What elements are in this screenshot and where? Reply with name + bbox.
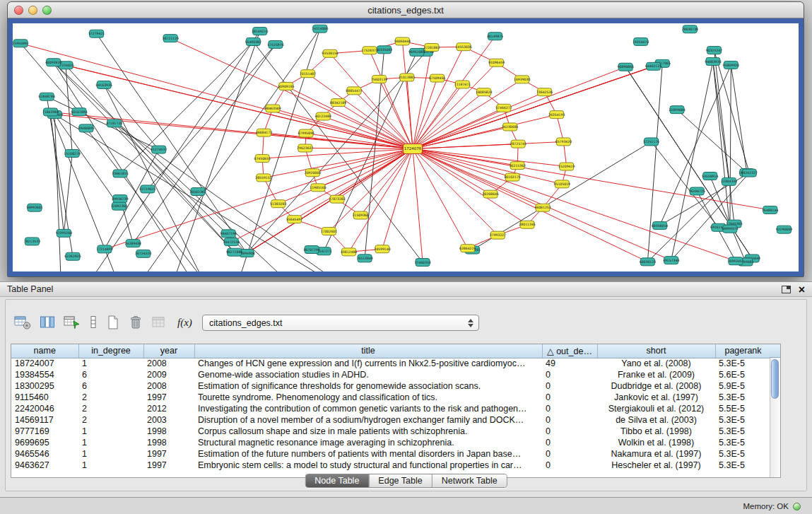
- table-row[interactable]: 2242004622012Investigating the contribut…: [11, 403, 771, 414]
- graph-node[interactable]: 50909185: [278, 82, 294, 90]
- cell-name[interactable]: 19384554: [11, 369, 78, 380]
- graph-node[interactable]: 57251176: [643, 138, 659, 146]
- graph-node[interactable]: 67509456: [429, 74, 445, 82]
- graph-node[interactable]: 57279421: [88, 30, 105, 37]
- graph-node[interactable]: 28149210: [252, 28, 268, 35]
- cell-name[interactable]: 18300295: [11, 380, 78, 392]
- tab-node-table[interactable]: Node Table: [305, 474, 368, 487]
- cell-title[interactable]: Structural magnetic resonance image aver…: [194, 437, 542, 448]
- graph-node[interactable]: 98407196: [220, 230, 237, 238]
- graph-node[interactable]: 92395260: [56, 229, 72, 237]
- graph-edge[interactable]: [413, 47, 464, 148]
- cell-year[interactable]: 2012: [143, 403, 194, 414]
- graph-node[interactable]: 76993452: [727, 257, 743, 265]
- cell-name[interactable]: 9115460: [11, 392, 78, 403]
- graph-node[interactable]: 74214006: [312, 25, 328, 33]
- cell-short[interactable]: Stergiakouli et al. (2012): [597, 403, 715, 414]
- graph-edge[interactable]: [54, 62, 235, 252]
- cell-pagerank[interactable]: 5.3E-5: [715, 460, 771, 471]
- column-header-short[interactable]: short: [597, 344, 715, 358]
- table-source-select[interactable]: citations_edges.txt: [202, 315, 479, 331]
- graph-node[interactable]: 56060448: [394, 37, 411, 45]
- graph-node[interactable]: 29486895: [78, 124, 94, 132]
- cell-out_degree[interactable]: 49: [542, 358, 597, 369]
- close-panel-icon[interactable]: ×: [799, 284, 805, 296]
- graph-node[interactable]: 75603139: [371, 75, 387, 83]
- graph-edge[interactable]: [413, 148, 468, 248]
- cell-name[interactable]: 14569117: [11, 414, 78, 426]
- graph-node[interactable]: 95809920: [723, 61, 739, 69]
- graph-node[interactable]: 96890866: [618, 63, 634, 71]
- cell-title[interactable]: Investigating the contribution of common…: [194, 403, 542, 414]
- cell-out_degree[interactable]: 0: [542, 414, 597, 426]
- cell-pagerank[interactable]: 5.3E-5: [715, 358, 771, 369]
- table-row[interactable]: 1938455462009Genome-wide association stu…: [11, 369, 771, 380]
- graph-node[interactable]: 96952085: [408, 48, 425, 56]
- tab-edge-table[interactable]: Edge Table: [368, 474, 431, 487]
- float-panel-icon[interactable]: [782, 286, 791, 293]
- graph-node[interactable]: 43812486: [341, 248, 357, 256]
- cell-out_degree[interactable]: 0: [542, 437, 597, 448]
- graph-edge[interactable]: [413, 78, 437, 149]
- column-header-year[interactable]: year: [143, 344, 194, 358]
- graph-node[interactable]: 24289438: [125, 240, 141, 247]
- graph-node[interactable]: 30502363: [189, 188, 206, 196]
- graph-node[interactable]: 31013881: [399, 74, 415, 81]
- graph-node[interactable]: 34230680: [502, 123, 518, 131]
- graph-node[interactable]: 70151487: [300, 70, 316, 78]
- cell-year[interactable]: 1997: [143, 460, 194, 471]
- graph-node[interactable]: 89936739: [112, 195, 128, 203]
- graph-node[interactable]: 16939030: [514, 76, 530, 83]
- cell-out_degree[interactable]: 0: [542, 460, 597, 471]
- window-titlebar[interactable]: citations_edges.txt: [8, 2, 804, 18]
- cell-in_degree[interactable]: 1: [78, 426, 143, 437]
- cell-out_degree[interactable]: 0: [542, 403, 597, 414]
- graph-edge[interactable]: [413, 63, 497, 149]
- graph-node[interactable]: 31509366: [353, 211, 369, 219]
- cell-pagerank[interactable]: 5.3E-5: [715, 448, 771, 460]
- edit-table-icon[interactable]: [64, 315, 81, 330]
- graph-node[interactable]: 18085828: [476, 88, 492, 96]
- cell-in_degree[interactable]: 6: [78, 380, 143, 392]
- graph-edge[interactable]: [413, 148, 543, 207]
- column-header-title[interactable]: title: [194, 344, 542, 358]
- graph-node[interactable]: 30268645: [482, 190, 498, 198]
- graph-edge[interactable]: [54, 62, 286, 271]
- graph-node[interactable]: 80102175: [504, 173, 520, 181]
- close-window-button[interactable]: [14, 6, 23, 15]
- cell-short[interactable]: Dudbridge et al. (2008): [597, 380, 715, 392]
- graph-edge[interactable]: [652, 141, 719, 227]
- cell-short[interactable]: Tibbo et al. (1998): [597, 426, 715, 437]
- graph-node[interactable]: 40093820: [45, 59, 61, 66]
- graph-node[interactable]: 28011345: [519, 221, 535, 228]
- cell-year[interactable]: 2008: [143, 380, 194, 392]
- graph-edge[interactable]: [413, 47, 432, 148]
- new-file-icon[interactable]: [106, 315, 120, 330]
- cell-year[interactable]: 2009: [143, 369, 194, 380]
- cell-in_degree[interactable]: 2: [78, 414, 143, 426]
- graph-node[interactable]: 41274537: [151, 146, 167, 153]
- graph-edge[interactable]: [66, 65, 235, 252]
- graph-node[interactable]: 37281862: [423, 44, 440, 52]
- graph-node[interactable]: 98242327: [741, 169, 758, 177]
- graph-node[interactable]: 11187471: [454, 81, 471, 88]
- graph-node[interactable]: 55645497: [286, 216, 302, 223]
- column-header-name[interactable]: name: [11, 344, 78, 358]
- minimize-window-button[interactable]: [28, 6, 37, 15]
- cell-title[interactable]: Embryonic stem cells: a model to study s…: [194, 460, 542, 471]
- show-columns-icon[interactable]: [40, 315, 55, 330]
- graph-node[interactable]: 38721129: [163, 35, 179, 42]
- graph-edge[interactable]: [413, 148, 562, 184]
- graph-node[interactable]: 26354193: [548, 111, 565, 119]
- table-row[interactable]: 977716911998Corpus callosum shape and si…: [11, 426, 771, 437]
- cell-pagerank[interactable]: 5.3E-5: [715, 426, 771, 437]
- graph-node[interactable]: 23304334: [721, 177, 737, 185]
- cell-name[interactable]: 9463627: [11, 460, 78, 471]
- graph-node[interactable]: 11985168: [310, 184, 326, 192]
- graph-node[interactable]: 36266725: [689, 187, 705, 195]
- cell-short[interactable]: Franke et al. (2009): [597, 369, 715, 380]
- cell-pagerank[interactable]: 5.3E-5: [715, 414, 771, 426]
- graph-node[interactable]: 37460353: [414, 259, 430, 267]
- cell-year[interactable]: 1997: [143, 448, 194, 460]
- table-row[interactable]: 946362711997Embryonic stem cells: a mode…: [11, 460, 771, 471]
